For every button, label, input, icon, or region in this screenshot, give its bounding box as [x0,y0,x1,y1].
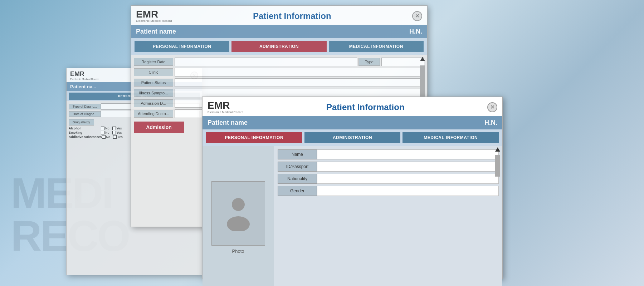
w3-scrollbar-track[interactable] [495,155,500,177]
w2-label-patient-status: Patient Status [134,79,173,87]
w2-scroll-up[interactable] [420,57,425,62]
w2-label-illness: Illness Sympto... [134,89,173,97]
w2-input-type[interactable] [381,58,424,66]
w3-logo: EMR Electronic Medical Record [208,100,243,114]
w1-smoking-no[interactable]: No [101,131,109,134]
w2-label-attending-doctor: Attending Docto... [134,110,173,118]
w1-label-date: Date of Diagno... [69,111,101,117]
w1-alcohol-yes[interactable]: Yes [112,127,122,130]
w3-header: EMR Electronic Medical Record Patient In… [203,97,502,116]
w2-admission-button[interactable]: Admission [134,122,184,133]
w2-tab-row: PERSONAL INFORMATION ADMINISTRATION MEDI… [131,38,427,55]
w2-label-clinic: Clinic [134,68,173,76]
w3-patient-name: Patient name [208,119,248,127]
w2-label-admission-date: Admission D... [134,99,173,107]
w2-patient-status-row: Patient Status [134,78,424,87]
w2-close-button[interactable]: ✕ [412,11,422,21]
w2-tab-admin[interactable]: ADMINISTRATION [231,41,326,52]
w2-input-clinic[interactable] [175,68,424,77]
w2-hn: H.N. [409,28,422,35]
w3-logo-sub: Electronic Medical Record [208,110,243,114]
w3-tab-row: PERSONAL INFORMATION ADMINISTRATION MEDI… [203,129,502,146]
w1-alcohol-no[interactable]: No [101,127,109,130]
w3-patient-bar: Patient name H.N. [203,116,502,129]
svg-point-1 [227,216,250,231]
w3-hn: H.N. [484,119,497,127]
w3-input-nationality[interactable] [317,174,499,184]
w3-fields-section: Name ID/Passport Nationality Gender [274,146,502,286]
w3-photo-label: Photo [232,248,244,254]
w3-tab-medical[interactable]: MEDICAL INFORMATION [402,132,499,143]
w3-logo-title: EMR [208,100,243,110]
w3-label-gender: Gender [278,186,317,196]
person-silhouette-icon [224,196,253,231]
w1-logo-title: EMR [70,70,99,78]
w2-patient-name: Patient name [136,28,176,35]
w1-alcohol-label: Alcohol [69,127,101,130]
w3-field-nationality: Nationality [278,174,499,184]
w2-logo-title: EMR [136,9,172,19]
w2-header: EMR Electronic Medical Record Patient In… [131,6,427,25]
w2-clinic-row: Clinic [134,68,424,77]
w2-input-register-date[interactable] [175,58,357,66]
w3-label-id: ID/Passport [278,162,317,172]
w2-logo-sub: Electronic Medical Record [136,19,172,23]
w3-input-name[interactable] [317,149,499,159]
w3-field-gender: Gender [278,186,499,196]
w3-close-button[interactable]: ✕ [487,102,497,112]
w1-smoking-yes[interactable]: Yes [112,131,122,134]
w3-field-id: ID/Passport [278,162,499,172]
w3-photo-box [211,181,265,246]
w2-tab-medical[interactable]: MEDICAL INFORMATION [329,41,424,52]
window-3: EMR Electronic Medical Record Patient In… [202,97,503,279]
w3-tab-personal[interactable]: PERSONAL INFORMATION [206,132,302,143]
w3-field-name: Name [278,149,499,159]
w1-logo-sub: Electronic Medical Record [70,78,99,80]
w1-addictive-yes[interactable]: Yes [113,135,123,139]
w2-input-illness[interactable] [175,89,424,97]
drug-allergy-button[interactable]: Drug allergy [69,119,94,125]
w1-smoking-label: Smoking [69,131,101,134]
w3-label-name: Name [278,149,317,159]
w1-addictive-label: Addictive substances [69,135,102,139]
w1-label-type: Type of Diagno... [69,104,101,109]
w2-logo: EMR Electronic Medical Record [136,9,172,23]
w2-tab-personal[interactable]: PERSONAL INFORMATION [135,41,229,52]
w3-input-id[interactable] [317,162,499,172]
w2-label-register-date: Register Date [134,58,173,66]
w3-tab-admin[interactable]: ADMINISTRATION [304,132,401,143]
w3-title: Patient Information [243,102,487,112]
w3-input-gender[interactable] [317,186,499,196]
w2-illness-row: Illness Sympto... [134,89,424,97]
svg-point-0 [232,198,245,211]
w3-photo-section: Photo [203,146,274,286]
w3-scroll-up[interactable] [495,147,500,152]
w1-addictive-no[interactable]: No [102,135,111,139]
w1-logo: EMR Electronic Medical Record [70,70,99,80]
w2-label-type: Type [358,58,380,66]
w2-title: Patient Information [172,11,412,21]
w2-input-patient-status[interactable] [175,78,424,87]
w3-label-nationality: Nationality [278,174,317,184]
w1-patient-name: Patient na... [70,84,96,89]
w2-register-date-row: Register Date Type [134,58,424,66]
w3-content: Photo Name ID/Passport Nationality Gen [203,146,502,286]
w2-patient-bar: Patient name H.N. [131,25,427,38]
